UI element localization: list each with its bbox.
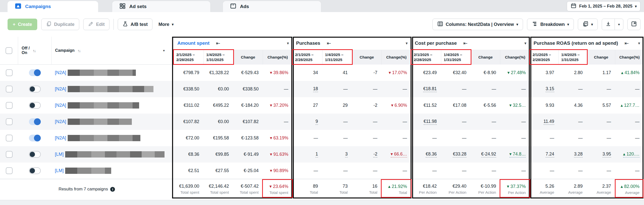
campaign-link[interactable]: [LM]: [55, 152, 64, 157]
toggle-cell: [18, 69, 52, 76]
chevron-down-icon[interactable]: ▾: [638, 41, 640, 45]
pin-column-icon[interactable]: ⇤: [463, 40, 468, 46]
metric-cell: —: [587, 163, 615, 179]
campaign-link[interactable]: [N2A]: [55, 70, 66, 75]
change-pct-header: Change(%): [615, 50, 643, 65]
chevron-down-icon[interactable]: ▾: [406, 41, 408, 45]
campaign-link[interactable]: [N2A]: [55, 119, 66, 124]
metric-cell: —: [381, 130, 411, 146]
group-title[interactable]: Cost per purchase ⇤ ▾: [411, 37, 530, 50]
toggle-knob: [30, 103, 35, 108]
group-title[interactable]: Amount spent ⇤ ▾: [174, 37, 292, 50]
metric-cell: 1: [292, 146, 322, 163]
sort-icon[interactable]: ↑↓: [77, 48, 80, 53]
campaign-link[interactable]: [N2A]: [55, 103, 66, 108]
metric-cell: —: [292, 130, 322, 146]
metric-cell: —: [352, 81, 381, 97]
group-title[interactable]: Purchase ROAS (return on ad spend) ⇤ ▾: [530, 37, 643, 50]
tab-campaigns[interactable]: Campaigns: [8, 1, 98, 12]
toggle-cell: [18, 118, 52, 125]
metric-cell: ▾ 37.20%: [263, 97, 292, 114]
metric-cell: ▾ 74.8…: [500, 146, 530, 163]
breakdown-button[interactable]: Breakdown ▾: [527, 19, 574, 30]
date-range-picker[interactable]: Feb 1, 2025 – Feb 28, 2025 ▾: [567, 1, 640, 11]
metric-cell: -2: [352, 97, 381, 114]
campaign-link[interactable]: [N2A]: [55, 135, 66, 141]
metric-cell: —: [558, 163, 587, 179]
chevron-down-icon[interactable]: ▾: [163, 48, 165, 53]
toggle-knob: [34, 69, 41, 76]
metric-cell: ▾ 91.63%: [263, 146, 292, 163]
tab-ads[interactable]: Ads: [223, 1, 321, 12]
metric-cell: €33.28: [441, 146, 470, 163]
campaign-toggle[interactable]: [29, 69, 41, 76]
metric-cell: €-8.90: [470, 65, 500, 81]
download-button[interactable]: [602, 19, 615, 30]
metric-cell: €27.55: [203, 163, 233, 179]
campaign-toggle[interactable]: [29, 118, 41, 125]
metric-cell: €195.58: [203, 130, 233, 146]
metric-cell: 3.95: [587, 146, 615, 163]
row-checkbox[interactable]: [6, 69, 13, 76]
metric-cell: 27: [292, 97, 322, 114]
metric-cell: —: [470, 81, 500, 97]
duplicate-icon: [46, 21, 52, 28]
metric-cell: —: [441, 163, 470, 179]
pin-column-icon[interactable]: ⇤: [327, 40, 331, 46]
redacted-campaign-name: [68, 86, 153, 92]
metric-cell: —: [292, 163, 322, 179]
campaign-link[interactable]: [LM]: [55, 168, 64, 173]
campaign-toggle[interactable]: [29, 102, 41, 109]
off-on-header[interactable]: Off / On ↑↓: [18, 37, 52, 64]
metric-cell: €8.36: [174, 146, 203, 163]
redacted-campaign-name: [65, 168, 111, 174]
row-checkbox[interactable]: [6, 135, 13, 141]
download-options-button[interactable]: ▾: [615, 19, 623, 30]
chevron-down-icon[interactable]: ▾: [287, 41, 289, 45]
row-checkbox[interactable]: [6, 118, 13, 125]
metric-cell: —: [381, 163, 411, 179]
create-button[interactable]: + Create: [8, 19, 37, 30]
campaign-header[interactable]: Campaign ↑↓ ▾: [52, 37, 174, 64]
info-icon[interactable]: i: [110, 187, 115, 192]
metric-cell: €-24.92: [470, 146, 500, 163]
row-checkbox[interactable]: [6, 102, 13, 109]
metric-cell: €107.82: [233, 114, 263, 130]
duplicate-label: Duplicate: [54, 22, 74, 27]
metric-cell: —: [530, 130, 558, 146]
sort-icon[interactable]: ↑↓: [33, 48, 35, 53]
expand-chart-icon: [631, 21, 637, 28]
table-row: [N2A] €311.02 €495.22 €-184.20 ▾ 37.20% …: [0, 97, 643, 114]
calendar-icon: [571, 3, 577, 10]
campaign-toggle[interactable]: [29, 86, 41, 92]
select-all-checkbox[interactable]: [6, 47, 12, 54]
change-header: Change: [352, 50, 382, 65]
campaign-toggle[interactable]: [29, 167, 41, 174]
edit-button[interactable]: Edit: [83, 19, 109, 30]
group-title[interactable]: Purchases ⇤ ▾: [293, 37, 411, 50]
campaign-toggle[interactable]: [29, 135, 41, 141]
campaign-link[interactable]: [N2A]: [55, 86, 66, 92]
pin-column-icon[interactable]: ⇤: [625, 40, 629, 46]
columns-button[interactable]: Columns: Next2Data | Overview ▾: [432, 19, 523, 30]
chevron-down-icon[interactable]: ▾: [525, 41, 526, 45]
top-tab-bar: Campaigns Ad sets Ads Feb 1, 2025 – Feb …: [0, 0, 644, 12]
metric-cell: —: [441, 130, 470, 146]
more-button[interactable]: More ▾: [156, 19, 176, 30]
tab-ad-sets[interactable]: Ad sets: [112, 1, 210, 12]
row-checkbox[interactable]: [6, 151, 13, 158]
pin-column-icon[interactable]: ⇤: [216, 40, 220, 46]
open-chart-button[interactable]: [627, 19, 640, 30]
metric-cell: €1,328.22: [203, 65, 233, 81]
toggle-knob: [30, 152, 35, 157]
reports-button[interactable]: ▾: [578, 19, 598, 30]
chevron-down-icon: ▾: [172, 22, 174, 26]
group-label: Amount spent: [177, 40, 210, 46]
campaign-toggle[interactable]: [29, 151, 41, 158]
ab-test-button[interactable]: A/B test: [118, 19, 152, 30]
row-checkbox[interactable]: [6, 167, 13, 174]
period-previous-header: 1/4/2025 – 1/31/2025: [441, 50, 471, 65]
row-checkbox[interactable]: [6, 86, 13, 92]
duplicate-button[interactable]: Duplicate: [41, 19, 79, 30]
redacted-campaign-name: [68, 119, 132, 125]
